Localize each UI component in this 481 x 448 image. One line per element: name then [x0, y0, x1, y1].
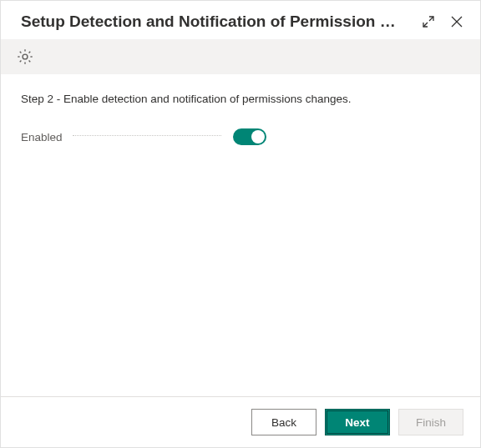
field-dots	[73, 135, 221, 136]
step-description: Step 2 - Enable detection and notificati…	[21, 93, 460, 105]
finish-button: Finish	[398, 409, 463, 435]
dialog-footer: Back Next Finish	[1, 396, 480, 447]
dialog-title: Setup Detection and Notification of Perm…	[21, 13, 410, 31]
enabled-label: Enabled	[21, 131, 69, 143]
svg-point-0	[23, 54, 28, 59]
expand-icon[interactable]	[420, 13, 437, 30]
close-icon[interactable]	[448, 13, 465, 30]
enabled-toggle[interactable]	[233, 128, 266, 145]
gear-icon[interactable]	[16, 48, 34, 66]
back-button[interactable]: Back	[251, 409, 316, 435]
next-button[interactable]: Next	[325, 409, 390, 435]
header-controls	[420, 13, 465, 30]
toggle-knob	[251, 130, 265, 143]
dialog-header: Setup Detection and Notification of Perm…	[1, 1, 480, 39]
enabled-field-row: Enabled	[21, 128, 460, 145]
content-area: Step 2 - Enable detection and notificati…	[1, 74, 480, 164]
toolbar	[1, 39, 480, 74]
